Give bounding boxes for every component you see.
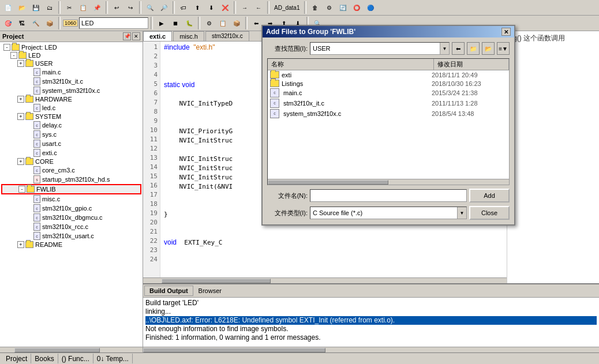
build-output-content[interactable]: Build target 'LED' linking... ..\OBJ\LED… [143,298,599,347]
tb-run-btn[interactable]: ▶ [155,17,168,29]
file-list-hscroll-thumb[interactable] [268,180,388,185]
panel-pin-btn[interactable]: 📌 [123,32,131,40]
expand-led[interactable]: - [10,52,17,59]
nav-new-btn[interactable]: 📂 [482,42,495,55]
tb-misc-btn3[interactable]: 🔄 [336,1,349,14]
tb-packs-btn[interactable]: 📦 [230,17,243,29]
expand-fwlib[interactable]: - [18,186,25,193]
file-row-stm32-it[interactable]: c stm32f10x_it.c 2011/11/13 1:28 [268,98,509,108]
editor-hscroll-thumb[interactable] [162,279,271,283]
editor-hscroll[interactable] [143,277,507,283]
tree-core[interactable]: + CORE [1,157,141,166]
tb-misc-btn1[interactable]: 🗑 [309,1,321,14]
tb-misc-btn5[interactable]: 🔵 [364,1,377,14]
tb-misc-btn2[interactable]: ⚙ [323,1,335,14]
file-row-listings[interactable]: Listings 2018/10/30 16:23 [268,79,509,88]
tb-unindent-btn[interactable]: ← [252,1,265,14]
tb-arrow1-btn[interactable]: ⬅ [250,17,263,29]
sidebar-hscroll-thumb[interactable] [14,348,100,352]
tree-startup[interactable]: s startup_stm32f10x_hd.s [1,175,141,184]
tree-delay-c[interactable]: c delay.c [1,121,141,130]
tree-led-c[interactable]: c led.c [1,103,141,112]
tab-stm32-c[interactable]: stm32f10x.c [205,31,249,41]
tree-main-c[interactable]: c main.c [1,67,141,77]
tb-save-all-btn[interactable]: 🗂 [43,1,56,14]
add-btn[interactable]: Add [469,189,510,202]
file-row-exti[interactable]: exti 2018/11/1 20:49 [268,70,509,79]
tb-debug-btn[interactable]: 🐛 [183,17,196,29]
tb-options-btn[interactable]: ⚙ [203,17,215,29]
status-tab-project[interactable]: Project [2,354,31,363]
look-in-combo[interactable]: USER ▼ [310,42,450,55]
tb-bookmark-btn[interactable]: 🏷 [177,1,190,14]
target-name-input[interactable] [79,17,148,29]
tree-stm32-usart[interactable]: c stm32f10x_usart.c [1,231,141,241]
tree-root[interactable]: - Project: LED [1,43,141,51]
file-name-input[interactable] [310,189,467,202]
tb-indent-btn[interactable]: → [238,1,251,14]
tree-stm32-dbgmcu[interactable]: c stm32f10x_dbgmcu.c [1,213,141,222]
tb-findnext-btn[interactable]: 🔎 [158,1,170,14]
tb-misc-btn4[interactable]: ⭕ [350,1,363,14]
tree-stm32-gpio[interactable]: c stm32f10x_gpio.c [1,204,141,213]
tab-browser[interactable]: Browser [193,286,227,296]
tb-manage-btn[interactable]: 📋 [216,17,229,29]
tb-build-btn[interactable]: 🏗 [16,17,28,29]
file-type-combo[interactable]: C Source file (*.c) ▼ [310,207,467,219]
tb-stop-btn[interactable]: ⏹ [169,17,182,29]
tree-misc-c[interactable]: c misc.c [1,194,141,204]
status-tab-books[interactable]: Books [31,354,58,363]
expand-core[interactable]: + [17,158,24,165]
tb-open-btn[interactable]: 📂 [16,1,28,14]
tree-core-cm3[interactable]: c core_cm3.c [1,166,141,175]
expand-system[interactable]: + [17,113,24,120]
expand-user[interactable]: + [17,60,24,67]
tree-user[interactable]: + USER [1,59,141,67]
file-row-main-c[interactable]: c main.c 2015/3/24 21:38 [268,88,509,98]
tb-redo-btn[interactable]: ↪ [124,1,137,14]
tree-readme[interactable]: + README [1,241,141,249]
file-row-system-stm32[interactable]: c system_stm32f10x.c 2018/5/4 13:48 [268,108,509,119]
status-tab-funcs[interactable]: () Func... [58,354,93,363]
expand-root[interactable]: - [3,44,10,51]
tab-exti-c[interactable]: exti.c [143,31,172,41]
file-list-hscroll[interactable] [268,179,509,185]
tb-find-btn[interactable]: 🔍 [144,1,156,14]
tab-build-output[interactable]: Build Output [144,286,193,296]
tab-misc-h[interactable]: misc.h [173,31,204,41]
expand-hardware[interactable]: + [17,96,24,103]
tb-paste-btn[interactable]: 📌 [91,1,103,14]
tb-nextbook-btn[interactable]: ⬇ [205,1,218,14]
add-files-dialog[interactable]: Add Files to Group 'FWLIB' ✕ 查找范围(I): US… [261,25,515,226]
dialog-close-btn[interactable]: ✕ [501,28,511,36]
tree-stm32-it[interactable]: c stm32f10x_it.c [1,77,141,86]
file-type-arrow[interactable]: ▼ [457,207,466,219]
tree-exti-c[interactable]: c exti.c [1,148,141,157]
tb-undo-btn[interactable]: ↩ [110,1,123,14]
look-in-arrow[interactable]: ▼ [440,43,449,54]
tb-cut-btn[interactable]: ✂ [63,1,76,14]
file-list-body[interactable]: exti 2018/11/1 20:49 Listings 2018/10/30… [268,70,509,179]
tree-system-stm32[interactable]: c system_stm32f10x.c [1,86,141,95]
tree-led[interactable]: - LED [1,51,141,59]
build-hscroll-thumb[interactable] [143,348,325,352]
tree-stm32-rcc[interactable]: c stm32f10x_rcc.c [1,222,141,231]
tb-copy-btn[interactable]: 📋 [77,1,89,14]
tree-hardware[interactable]: + HARDWARE [1,95,141,103]
tb-new-btn[interactable]: 📄 [2,1,14,14]
tb-prevbook-btn[interactable]: ⬆ [191,1,204,14]
panel-close-btn[interactable]: ✕ [132,32,140,40]
expand-readme[interactable]: + [17,241,24,248]
tree-system[interactable]: + SYSTEM [1,112,141,121]
tree-fwlib[interactable]: - FWLIB [1,184,141,194]
tb-clrbook-btn[interactable]: ❌ [219,1,231,14]
file-list-area[interactable]: 名称 修改日期 exti 2018/11/1 20:49 Listings 2 [267,58,510,185]
tree-usart-c[interactable]: c usart.c [1,139,141,148]
nav-view-btn[interactable]: ≡▼ [497,42,510,55]
tb-rebuild-btn[interactable]: 🔨 [29,17,42,29]
sidebar-hscroll[interactable] [0,347,143,352]
nav-up-btn[interactable]: ⬅ [452,42,465,55]
nav-folder-btn[interactable]: 📁 [467,42,480,55]
tb-batchbuild-btn[interactable]: 📦 [43,17,56,29]
tree-sys-c[interactable]: c sys.c [1,130,141,139]
